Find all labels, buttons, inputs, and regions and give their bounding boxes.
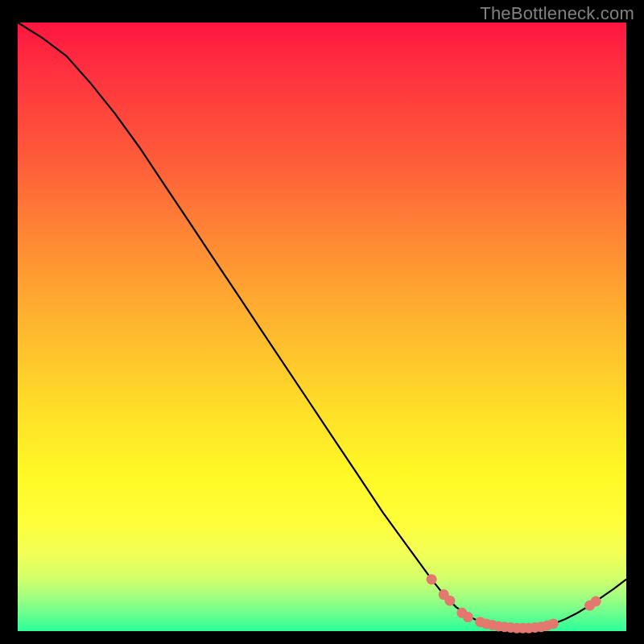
attribution-text: TheBottleneck.com (480, 3, 634, 24)
data-marker (427, 574, 437, 584)
curve-svg (18, 23, 626, 631)
plot-area (18, 23, 626, 631)
data-marker (548, 618, 559, 629)
chart-frame: TheBottleneck.com (0, 0, 644, 644)
data-marker (463, 612, 473, 622)
data-marker (591, 597, 601, 607)
marker-group (427, 574, 601, 634)
curve-path (18, 23, 626, 628)
data-marker (444, 596, 455, 606)
